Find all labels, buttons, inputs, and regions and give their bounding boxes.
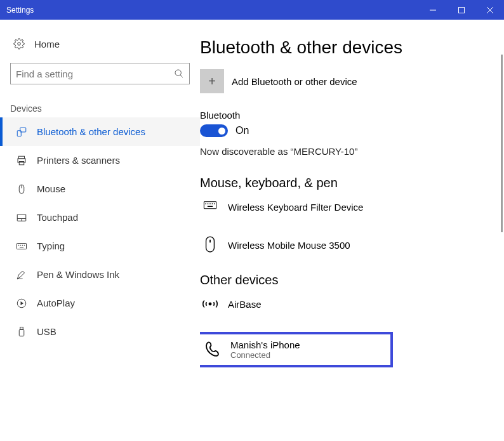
maximize-button[interactable] xyxy=(447,0,475,20)
svg-rect-9 xyxy=(19,156,25,159)
svg-rect-11 xyxy=(19,161,24,164)
sidebar-item-touchpad[interactable]: Touchpad xyxy=(0,203,200,232)
bluetooth-label: Bluetooth xyxy=(200,110,493,121)
device-name: AirBase xyxy=(228,299,262,310)
svg-rect-1 xyxy=(458,7,464,13)
sidebar-item-typing[interactable]: Typing xyxy=(0,232,200,260)
usb-icon xyxy=(15,326,28,338)
device-airbase[interactable]: AirBase xyxy=(200,294,493,314)
main-content: Bluetooth & other devices + Add Bluetoot… xyxy=(200,20,504,441)
keyboard-icon xyxy=(200,197,220,217)
svg-rect-26 xyxy=(19,329,24,336)
sidebar-item-usb[interactable]: USB xyxy=(0,317,200,346)
nav-label: USB xyxy=(37,326,56,337)
device-name: Wireless Keyboard Filter Device xyxy=(228,202,363,213)
category-mkp: Mouse, keyboard, & pen xyxy=(200,176,493,190)
sidebar-item-pen[interactable]: Pen & Windows Ink xyxy=(0,260,200,289)
touchpad-icon xyxy=(15,212,28,223)
window-title: Settings xyxy=(6,6,418,15)
keyboard-icon xyxy=(15,240,28,252)
autoplay-icon xyxy=(15,298,28,309)
nav-label: Bluetooth & other devices xyxy=(37,126,145,137)
sidebar-item-printers[interactable]: Printers & scanners xyxy=(0,146,200,174)
add-device-label: Add Bluetooth or other device xyxy=(232,76,357,87)
search-input[interactable] xyxy=(16,69,174,79)
scrollbar-thumb[interactable] xyxy=(501,55,503,232)
search-icon xyxy=(174,69,184,79)
pen-icon xyxy=(15,269,28,280)
nav-label: Touchpad xyxy=(37,212,78,223)
svg-marker-24 xyxy=(21,301,24,305)
mouse-icon xyxy=(200,235,220,255)
device-keyboard[interactable]: Wireless Keyboard Filter Device xyxy=(200,197,493,217)
nav-label: Typing xyxy=(37,240,65,251)
discoverable-text: Now discoverable as “MERCURY-10” xyxy=(200,146,493,157)
svg-rect-17 xyxy=(17,243,27,249)
sidebar-item-autoplay[interactable]: AutoPlay xyxy=(0,289,200,317)
sidebar-item-mouse[interactable]: Mouse xyxy=(0,174,200,203)
add-device-row[interactable]: + Add Bluetooth or other device xyxy=(200,69,493,93)
toggle-knob xyxy=(218,128,225,135)
nav-label: Pen & Windows Ink xyxy=(37,269,119,280)
toggle-state-label: On xyxy=(235,125,249,136)
highlighted-device: Manish's iPhone Connected xyxy=(200,332,393,367)
page-title: Bluetooth & other devices xyxy=(200,37,493,58)
category-other: Other devices xyxy=(200,273,493,287)
sidebar: Home Devices Bluetooth & other devices P… xyxy=(0,20,200,441)
svg-rect-27 xyxy=(204,202,216,209)
svg-line-6 xyxy=(180,75,183,77)
device-name: Manish's iPhone xyxy=(230,339,300,350)
gear-icon xyxy=(13,38,25,49)
plus-icon: + xyxy=(200,69,224,93)
search-input-wrap[interactable] xyxy=(10,63,190,84)
svg-rect-7 xyxy=(17,130,21,136)
svg-point-5 xyxy=(175,70,181,76)
bluetooth-toggle[interactable] xyxy=(200,124,228,137)
device-name: Wireless Mobile Mouse 3500 xyxy=(228,240,350,251)
device-status: Connected xyxy=(230,350,300,360)
cast-icon xyxy=(200,294,220,314)
close-button[interactable] xyxy=(475,0,504,20)
group-devices-label: Devices xyxy=(0,96,200,117)
device-mouse[interactable]: Wireless Mobile Mouse 3500 xyxy=(200,235,493,255)
bluetooth-devices-icon xyxy=(15,126,28,138)
svg-rect-25 xyxy=(20,327,23,329)
sidebar-item-bluetooth[interactable]: Bluetooth & other devices xyxy=(0,117,200,146)
svg-point-36 xyxy=(209,303,211,305)
printer-icon xyxy=(15,155,28,166)
bluetooth-toggle-row: On xyxy=(200,124,493,137)
svg-rect-34 xyxy=(206,237,215,252)
minimize-button[interactable] xyxy=(418,0,447,20)
home-link[interactable]: Home xyxy=(0,31,200,56)
nav-label: Printers & scanners xyxy=(37,155,120,166)
home-label: Home xyxy=(34,39,60,49)
svg-point-4 xyxy=(18,43,21,46)
titlebar: Settings xyxy=(0,0,504,20)
phone-icon xyxy=(202,339,223,360)
device-iphone[interactable]: Manish's iPhone Connected xyxy=(202,339,390,360)
nav-label: Mouse xyxy=(37,183,65,194)
nav-label: AutoPlay xyxy=(37,298,75,308)
mouse-icon xyxy=(15,183,28,195)
